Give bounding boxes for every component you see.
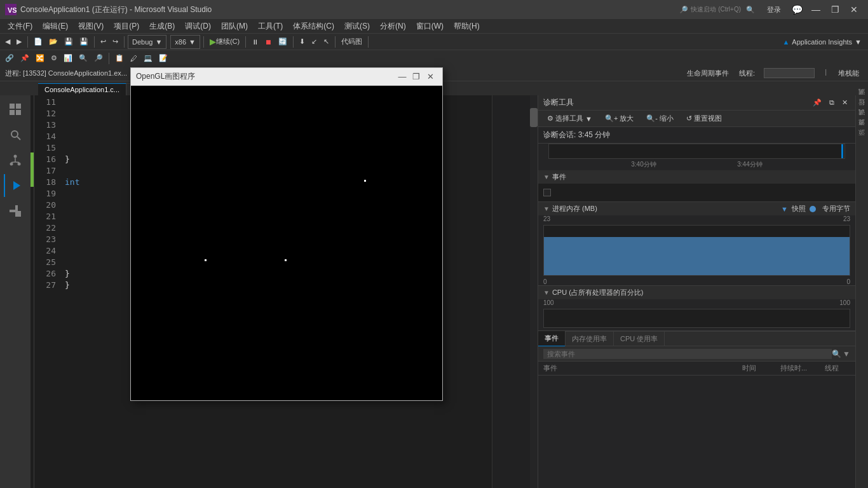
debug-tool6[interactable]: 🔍	[76, 51, 90, 65]
events-search-input[interactable]	[543, 349, 832, 359]
new-file-btn[interactable]: 📄	[31, 35, 45, 49]
svg-point-9	[10, 163, 13, 166]
feedback-icon[interactable]: 💬	[788, 1, 806, 18]
svg-rect-21	[285, 259, 287, 261]
svg-line-7	[17, 137, 20, 140]
memory-section-header[interactable]: ▼ 进程内存 (MB) ▼ 快照 专用字节	[538, 202, 855, 215]
doc-tab-1[interactable]: ConsoleApplication1.c...	[38, 83, 126, 95]
right-strip-debug[interactable]: 调试	[856, 116, 868, 126]
sep6	[293, 36, 294, 48]
debug-mode-dropdown[interactable]: Debug ▼	[128, 35, 166, 49]
reset-view-btn[interactable]: ↺ 重置视图	[682, 112, 726, 125]
thread-selector[interactable]	[764, 68, 815, 78]
activity-search[interactable]	[4, 123, 27, 146]
scrollbar-thumb[interactable]	[530, 108, 538, 127]
signin-btn[interactable]: 登录	[761, 1, 787, 18]
process-info: 进程: [13532] ConsoleApplication1.ex...	[5, 69, 127, 78]
app-insights-btn[interactable]: ▲ Application Insights ▼	[778, 38, 865, 46]
save-all-btn[interactable]: 💾	[77, 35, 91, 49]
events-section-header[interactable]: ▼ 事件	[538, 170, 855, 184]
forward-btn[interactable]: ▶	[14, 35, 24, 49]
start-btn[interactable]: ▶ 继续(C)	[207, 35, 242, 49]
threads-btn[interactable]: 线程:	[735, 68, 759, 79]
col-thread: 线程	[825, 363, 850, 373]
debug-tool9[interactable]: 🖊	[128, 51, 140, 65]
redo-btn[interactable]: ↪	[110, 35, 121, 49]
vs-icon: VS	[5, 4, 17, 15]
activity-explorer[interactable]	[4, 98, 27, 121]
codemap-btn[interactable]: 代码图	[339, 35, 365, 49]
debug-tool2[interactable]: 📌	[18, 51, 32, 65]
debug-tool1[interactable]: 🔗	[3, 51, 17, 65]
activity-extensions[interactable]	[4, 200, 27, 222]
diagnostics-panel: 诊断工具 📌 ⧉ ✕ ⚙ 选择工具 ▼ 🔍+ 放大 🔍-	[538, 95, 855, 488]
right-strip-source[interactable]: 源	[856, 136, 868, 146]
opengl-canvas[interactable]	[131, 86, 442, 400]
activity-debug[interactable]	[4, 174, 27, 197]
menu-build[interactable]: 生成(B)	[144, 20, 180, 33]
back-btn[interactable]: ◀	[3, 35, 13, 49]
undo-btn[interactable]: ↩	[98, 35, 109, 49]
select-tool-btn[interactable]: ⚙ 选择工具 ▼	[543, 112, 596, 125]
zoom-out-btn[interactable]: 🔍- 缩小	[642, 112, 677, 125]
floating-restore-btn[interactable]: ❐	[409, 70, 423, 84]
diag-tab-cpu[interactable]: CPU 使用率	[614, 332, 665, 346]
right-strip-test[interactable]: 测试	[856, 95, 868, 105]
close-btn[interactable]: ✕	[845, 1, 863, 18]
menu-analyze[interactable]: 分析(N)	[375, 20, 411, 33]
debug-tool11[interactable]: 📝	[156, 51, 170, 65]
menu-project[interactable]: 项目(P)	[109, 20, 144, 33]
restore-btn[interactable]: ❐	[826, 1, 844, 18]
activity-git[interactable]	[4, 149, 27, 172]
diag-timeline[interactable]	[548, 144, 845, 159]
events-expand-arrow: ▼	[543, 173, 550, 180]
events-search: 🔍 ▼	[538, 346, 855, 362]
step-in-btn[interactable]: ↙	[309, 35, 320, 49]
platform-dropdown[interactable]: x86 ▼	[170, 35, 200, 49]
cpu-section-header[interactable]: ▼ CPU (占所有处理器的百分比)	[538, 286, 855, 299]
menu-team[interactable]: 团队(M)	[216, 20, 253, 33]
right-strip-run[interactable]: 运行	[856, 105, 868, 116]
zoom-in-btn[interactable]: 🔍+ 放大	[601, 112, 637, 125]
menu-edit[interactable]: 编辑(E)	[37, 20, 73, 33]
diag-close-btn[interactable]: ✕	[839, 97, 850, 108]
restart-btn[interactable]: 🔄	[276, 35, 290, 49]
menu-help[interactable]: 帮助(H)	[449, 20, 485, 33]
stop-btn[interactable]: ⏹	[262, 35, 275, 49]
svg-rect-16	[15, 205, 18, 211]
menu-tools[interactable]: 工具(T)	[253, 20, 288, 33]
menu-test[interactable]: 测试(S)	[339, 20, 375, 33]
diag-tab-memory[interactable]: 内存使用率	[566, 332, 614, 346]
lifetime-events-btn[interactable]: 生命周期事件	[683, 68, 733, 79]
menu-bar: 文件(F) 编辑(E) 视图(V) 项目(P) 生成(B) 调试(D) 团队(M…	[0, 19, 868, 33]
step-over-btn[interactable]: ⬇	[297, 35, 308, 49]
window-controls: 🔎 Application Insights 快速启动 (Ctrl+Q) 🔍 登…	[679, 1, 863, 18]
pause-btn[interactable]: ⏸	[249, 35, 261, 49]
open-file-btn[interactable]: 📂	[46, 35, 60, 49]
menu-debug[interactable]: 调试(D)	[180, 20, 216, 33]
menu-view[interactable]: 视图(V)	[73, 20, 109, 33]
debug-tool10[interactable]: 💻	[141, 51, 155, 65]
menu-window[interactable]: 窗口(W)	[411, 20, 449, 33]
floating-close-btn[interactable]: ✕	[423, 70, 437, 84]
debug-tool3[interactable]: 🔀	[33, 51, 47, 65]
events-search-icon[interactable]: 🔍	[832, 349, 841, 358]
diag-tab-events[interactable]: 事件	[538, 331, 566, 347]
debug-tool4[interactable]: ⚙	[48, 51, 60, 65]
debug-tool5[interactable]: 📊	[61, 51, 75, 65]
diag-float-btn[interactable]: ⧉	[827, 97, 837, 108]
debug-tool8[interactable]: 📋	[112, 51, 126, 65]
save-btn[interactable]: 💾	[62, 35, 76, 49]
svg-point-10	[18, 163, 21, 166]
menu-file[interactable]: 文件(F)	[3, 20, 37, 33]
minimize-btn[interactable]: —	[807, 1, 825, 18]
diag-pin-btn[interactable]: 📌	[810, 97, 824, 108]
right-strip-resources[interactable]: 资源	[856, 126, 868, 136]
debug-tool7[interactable]: 🔎	[92, 51, 105, 65]
opengl-render	[131, 86, 442, 400]
stack-panel-btn[interactable]: 堆栈能	[834, 68, 863, 79]
menu-arch[interactable]: 体系结构(C)	[288, 20, 339, 33]
step-out-btn[interactable]: ↖	[321, 35, 332, 49]
events-search-settings[interactable]: ▼	[843, 349, 850, 358]
floating-minimize-btn[interactable]: —	[395, 70, 409, 84]
